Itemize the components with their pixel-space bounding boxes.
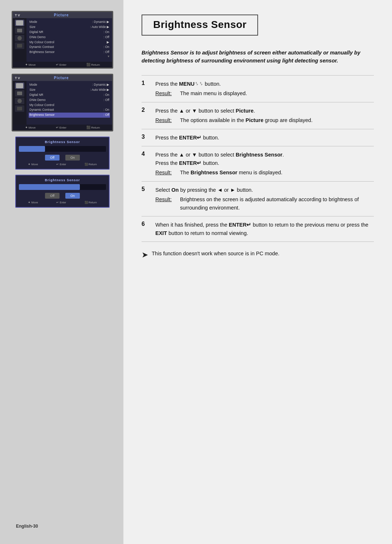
enter-label-1: Enter <box>60 63 66 66</box>
tv-menu-item: DNIe Demo: Off <box>29 98 110 103</box>
bs-popup-on: Brightness Sensor Off On ✦Move ↵Enter ⬛R… <box>15 175 110 208</box>
bs-bar-off <box>19 146 106 152</box>
step1-menu-bold: MENU <box>179 81 195 87</box>
tv-menu-item: Dynamic Contrast: On <box>29 107 110 113</box>
bs-popup-off-title: Brightness Sensor <box>19 140 106 144</box>
result-text-4: The Brightness Sensor menu is displayed. <box>180 169 374 176</box>
step6-enter-bold: ENTER↵ <box>229 222 251 228</box>
step-num-3: 3 <box>142 129 153 146</box>
step-row-1: 1 Press the MENU␠␠ button. Result: The m… <box>142 75 374 102</box>
bs-off-button[interactable]: Off <box>45 155 60 161</box>
step-row-4: 4 Press the ▲ or ▼ button to select Brig… <box>142 146 374 181</box>
tv-sidebar-icon-3 <box>15 35 24 41</box>
page: T V Picture Mode: Dynamic ▶ Size: Auto W… <box>0 0 392 544</box>
step-content-1: Press the MENU␠␠ button. Result: The mai… <box>153 75 374 102</box>
tv-menu-item: Dynamic Contrast: On <box>29 45 110 50</box>
bs-on-button-2[interactable]: On <box>65 193 80 199</box>
step-content-3: Press the ENTER↵ button. <box>153 129 374 146</box>
return-label-2: Return <box>91 126 100 129</box>
bs-bar-fill-off <box>19 146 45 152</box>
step-content-2: Press the ▲ or ▼ button to select Pictur… <box>153 102 374 129</box>
step4-bs-bold2: Brightness Sensor <box>191 170 237 175</box>
step2-picture-bold2: Picture <box>246 117 264 123</box>
result-text-5: Brightness on the screen is adjusted aut… <box>180 195 374 212</box>
footer-label: English-30 <box>16 513 38 529</box>
tv-menu-item-selected: Brightness Sensor: Off <box>29 113 110 118</box>
bs-popup-on-bottom: ✦Move ↵Enter ⬛Return <box>19 201 106 204</box>
step-num-5: 5 <box>142 181 153 216</box>
result-text-2: The options available in the Picture gro… <box>180 116 374 124</box>
tv-sidebar-icon-2 <box>15 27 24 34</box>
tv-menu-item: Digital NR: On <box>29 30 110 35</box>
bs-popup-off-bottom: ✦Move ↵Enter ⬛Return <box>19 163 106 166</box>
tv-sidebar-2 <box>13 81 26 125</box>
note-arrow-icon: ➤ <box>142 250 148 260</box>
tv-menu-item: My Colour Control <box>29 103 110 108</box>
intro-strong: Brightness Sensor is to adjust brightnes… <box>142 50 360 64</box>
step-row-3: 3 Press the ENTER↵ button. <box>142 129 374 146</box>
bs-bar-on <box>19 184 106 190</box>
result-text-1: The main menu is displayed. <box>180 89 374 97</box>
result-label-4: Result: <box>155 169 180 176</box>
tv-menu-item: My Colour Control▶ <box>29 40 110 45</box>
step4-bs-bold: Brightness Sensor <box>236 152 282 158</box>
tv-screen-1: T V Picture Mode: Dynamic ▶ Size: Auto W… <box>12 11 113 69</box>
tv-menu-title-1: Picture <box>54 13 69 17</box>
tv-logo-1: T V <box>15 13 20 17</box>
right-panel: Brightness Sensor Brightness Sensor is t… <box>123 0 392 544</box>
note-box: ➤ This function doesn't work when source… <box>142 250 374 260</box>
move-label-2: Move <box>29 126 36 129</box>
bs-off-button-2[interactable]: Off <box>45 193 60 199</box>
result-label-5: Result: <box>155 195 180 212</box>
tv-sidebar-icon-2d <box>15 105 24 112</box>
tv-menu-title-2: Picture <box>54 76 69 80</box>
step-content-5: Select On by pressing the ◄ or ► button.… <box>153 181 374 216</box>
tv-menu-item: Digital NR: On <box>29 93 110 98</box>
tv-sidebar-icon-1 <box>15 20 24 26</box>
return-label-1: Return <box>91 63 100 66</box>
step-num-4: 4 <box>142 146 153 181</box>
move-label-1: Move <box>29 63 36 66</box>
tv-sidebar-icon-4 <box>15 42 24 49</box>
step-row-6: 6 When it has finished, press the ENTER↵… <box>142 216 374 242</box>
tv-sidebar-icon-2c <box>15 98 24 104</box>
enter-label-2: Enter <box>60 126 66 129</box>
tv-logo-2: T V <box>15 76 20 80</box>
step-row-5: 5 Select On by pressing the ◄ or ► butto… <box>142 181 374 216</box>
tv-menu-item: Brightness Sensor: Off <box>29 50 110 55</box>
step6-exit-bold: EXIT <box>155 230 167 236</box>
bs-popup-off: Brightness Sensor Off On ✦Move ↵Enter ⬛R… <box>15 137 110 170</box>
page-title-box: Brightness Sensor <box>142 15 258 36</box>
tv-menu-item: DNIe Demo: Off <box>29 35 110 40</box>
step4-enter-bold: ENTER↵ <box>179 160 201 166</box>
step-num-2: 2 <box>142 102 153 129</box>
tv-sidebar-icon-2b <box>15 90 24 97</box>
tv-sidebar-1 <box>13 18 26 62</box>
step-num-6: 6 <box>142 216 153 242</box>
step-content-4: Press the ▲ or ▼ button to select Bright… <box>153 146 374 181</box>
result-label-2: Result: <box>155 116 180 124</box>
tv-bottom-bar-1: ✦Move ↵Enter ⬛Return <box>13 62 112 68</box>
steps-table: 1 Press the MENU␠␠ button. Result: The m… <box>142 75 374 242</box>
tv-menu-item: Mode: Dynamic ▶ <box>29 20 110 25</box>
tv-bottom-bar-2: ✦Move ↵Enter ⬛Return <box>13 125 112 130</box>
result-label-1: Result: <box>155 89 180 97</box>
bs-on-button[interactable]: On <box>65 155 80 161</box>
tv-main-menu-1: Mode: Dynamic ▶ Size: Auto Wide ▶ Digita… <box>26 18 112 62</box>
bs-buttons-off: Off On <box>19 155 106 161</box>
tv-menu-item: Size: Auto Wide ▶ <box>29 88 110 93</box>
tv-menu-item: Size: Auto Wide ▶ <box>29 25 110 30</box>
intro-text: Brightness Sensor is to adjust brightnes… <box>142 49 374 65</box>
left-panel: T V Picture Mode: Dynamic ▶ Size: Auto W… <box>0 0 123 544</box>
step5-on-bold: On <box>171 187 179 193</box>
tv-menu-item: Mode: Dynamic ▶ <box>29 82 110 88</box>
page-title: Brightness Sensor <box>153 19 246 31</box>
tv-screen-2: T V Picture Mode: Dynamic ▶ Size: Auto W… <box>12 74 113 131</box>
step-row-2: 2 Press the ▲ or ▼ button to select Pict… <box>142 102 374 129</box>
bs-popup-on-title: Brightness Sensor <box>19 178 106 182</box>
step-num-1: 1 <box>142 75 153 102</box>
tv-main-menu-2: Mode: Dynamic ▶ Size: Auto Wide ▶ Digita… <box>26 81 112 125</box>
step2-picture-bold: Picture <box>236 108 253 114</box>
step3-enter-bold: ENTER↵ <box>179 135 201 141</box>
note-text: This function doesn't work when source i… <box>152 250 279 258</box>
